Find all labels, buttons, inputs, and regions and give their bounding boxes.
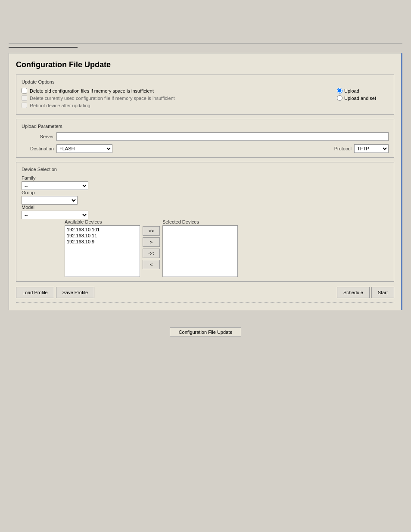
load-profile-button[interactable]: Load Profile [16, 287, 54, 298]
list-item[interactable]: 192.168.10.9 [66, 239, 139, 245]
transfer-left-button[interactable]: < [143, 260, 160, 269]
server-row: Server [22, 132, 389, 141]
available-devices-col: Available Devices 192.168.10.101 192.168… [65, 219, 140, 277]
radio-upload-and-set[interactable] [337, 95, 342, 101]
model-select[interactable]: -- [22, 211, 88, 219]
main-panel: Configuration File Update Update Options… [9, 53, 402, 310]
update-options-section: Update Options Delete old configuration … [16, 75, 394, 115]
family-filter-group: Family -- [22, 175, 389, 190]
family-select[interactable]: -- [22, 181, 88, 190]
selected-devices-col: Selected Devices [162, 219, 238, 277]
filter-row: Family -- Group -- Model -- [22, 175, 389, 219]
bottom-bar-left: Load Profile Save Profile [16, 287, 94, 298]
model-label: Model [22, 205, 389, 210]
transfer-all-right-button[interactable]: >> [143, 226, 160, 236]
radio-col: Upload Upload and set [337, 88, 389, 103]
checkbox-reboot[interactable] [22, 103, 27, 108]
bottom-label-button[interactable]: Configuration File Update [170, 327, 242, 337]
bottom-bar-right: Schedule Start [337, 287, 394, 298]
protocol-label: Protocol [328, 146, 352, 151]
update-options-inner: Delete old configuration files if memory… [22, 88, 389, 110]
bottom-label-area: Configuration File Update [0, 327, 411, 337]
checkbox-row-2: Delete currently used configuration file… [22, 95, 328, 101]
radio-row-upload-set: Upload and set [337, 95, 376, 101]
radio-row-upload: Upload [337, 88, 359, 93]
selected-devices-list[interactable] [162, 225, 238, 277]
devices-row: Available Devices 192.168.10.101 192.168… [22, 219, 389, 277]
upload-params-section: Upload Parameters Server Destination FLA… [16, 119, 394, 158]
start-button[interactable]: Start [371, 287, 394, 298]
sub-rule [9, 47, 78, 48]
server-label: Server [22, 134, 54, 139]
checkbox-delete-current[interactable] [22, 95, 27, 101]
protocol-group: Protocol TFTP FTP SFTP [328, 144, 389, 153]
update-options-label: Update Options [22, 79, 389, 84]
destination-group: Destination FLASH NVRAM RAM [22, 144, 112, 153]
group-label: Group [22, 190, 389, 195]
upload-params-label: Upload Parameters [22, 124, 389, 129]
panel-title: Configuration File Update [16, 60, 394, 69]
transfer-buttons: >> > << < [143, 219, 160, 269]
group-select[interactable]: -- [22, 196, 78, 205]
radio-upload-label: Upload [344, 88, 359, 93]
checkbox-label-2: Delete currently used configuration file… [30, 96, 175, 101]
checkbox-row-3: Reboot device after updating [22, 103, 328, 108]
destination-protocol-row: Destination FLASH NVRAM RAM Protocol TFT… [22, 144, 389, 153]
protocol-select[interactable]: TFTP FTP SFTP [354, 144, 389, 153]
server-input[interactable] [56, 132, 389, 141]
model-filter-group: Model -- [22, 205, 389, 219]
checkbox-label-3: Reboot device after updating [30, 103, 90, 108]
selected-devices-label: Selected Devices [162, 219, 238, 224]
destination-select[interactable]: FLASH NVRAM RAM [56, 144, 112, 153]
checkbox-delete-old[interactable] [22, 88, 27, 93]
family-label: Family [22, 175, 389, 180]
transfer-right-button[interactable]: > [143, 237, 160, 247]
top-rule [9, 43, 402, 44]
available-devices-label: Available Devices [65, 219, 140, 224]
list-item[interactable]: 192.168.10.11 [66, 233, 139, 239]
bottom-bar: Load Profile Save Profile Schedule Start [16, 287, 394, 298]
checkbox-row-1: Delete old configuration files if memory… [22, 88, 328, 93]
page-wrapper: Configuration File Update Update Options… [0, 43, 411, 532]
group-filter-group: Group -- [22, 190, 389, 205]
radio-upload[interactable] [337, 88, 342, 93]
available-devices-list[interactable]: 192.168.10.101 192.168.10.11 192.168.10.… [65, 225, 140, 277]
dotted-separator [16, 302, 394, 303]
checkboxes-col: Delete old configuration files if memory… [22, 88, 328, 110]
transfer-all-left-button[interactable]: << [143, 249, 160, 258]
schedule-button[interactable]: Schedule [337, 287, 370, 298]
list-item[interactable]: 192.168.10.101 [66, 227, 139, 233]
save-profile-button[interactable]: Save Profile [56, 287, 94, 298]
destination-label: Destination [22, 146, 54, 151]
device-selection-section: Device Selection Family -- Group -- Mode… [16, 162, 394, 282]
checkbox-label-1: Delete old configuration files if memory… [30, 88, 154, 93]
radio-upload-set-label: Upload and set [344, 96, 376, 101]
device-selection-label: Device Selection [22, 167, 389, 172]
